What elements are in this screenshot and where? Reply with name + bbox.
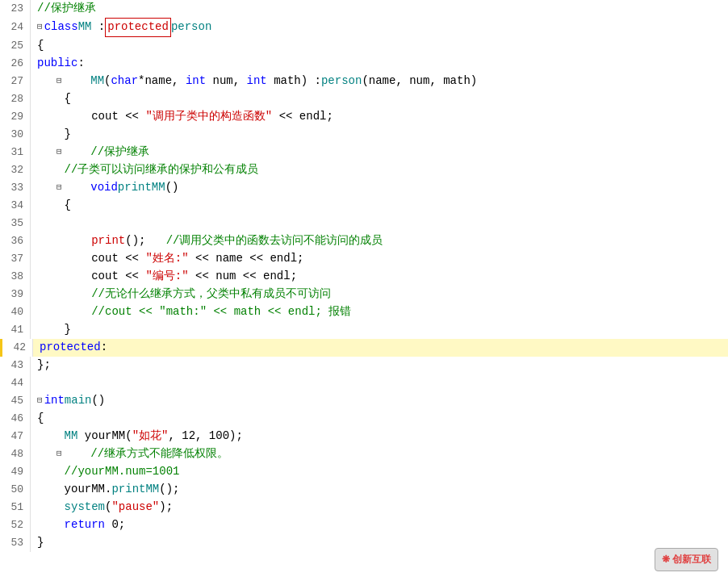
line-row: 27⊟ MM(char *name, int num, int math) :p… bbox=[0, 73, 728, 90]
line-content: cout << "编号:" << num << endl; bbox=[31, 268, 728, 286]
line-number: 46 bbox=[0, 410, 31, 428]
line-number: 49 bbox=[0, 463, 31, 481]
line-number: 27 bbox=[0, 73, 31, 90]
line-content bbox=[31, 374, 728, 392]
line-number: 39 bbox=[0, 286, 31, 303]
line-row: 25{ bbox=[0, 37, 728, 55]
line-content: { bbox=[31, 197, 728, 215]
line-number: 43 bbox=[0, 357, 31, 374]
line-number: 50 bbox=[0, 481, 31, 499]
line-content: } bbox=[31, 126, 728, 144]
line-content: { bbox=[31, 410, 728, 428]
line-number: 44 bbox=[0, 374, 31, 392]
line-content: }; bbox=[31, 357, 728, 374]
line-content: ⊟ //保护继承 bbox=[31, 144, 728, 161]
line-content: system("pause"); bbox=[31, 499, 728, 516]
line-number: 42 bbox=[2, 339, 33, 357]
line-content: ⊟ MM(char *name, int num, int math) :per… bbox=[31, 73, 728, 90]
line-number: 30 bbox=[0, 126, 31, 144]
watermark-label: 创新互联 bbox=[672, 554, 711, 565]
line-number: 38 bbox=[0, 268, 31, 286]
line-row: 39 //无论什么继承方式，父类中私有成员不可访问 bbox=[0, 286, 728, 303]
line-content: cout << "姓名:" << name << endl; bbox=[31, 250, 728, 268]
line-number: 53 bbox=[0, 534, 31, 552]
line-content: } bbox=[31, 534, 728, 552]
line-number: 40 bbox=[0, 303, 31, 321]
line-content: //无论什么继承方式，父类中私有成员不可访问 bbox=[31, 286, 728, 303]
line-number: 28 bbox=[0, 90, 31, 108]
line-row: 44 bbox=[0, 374, 728, 392]
line-content: cout << "调用子类中的构造函数" << endl; bbox=[31, 108, 728, 126]
watermark: ❋ 创新互联 bbox=[655, 548, 718, 571]
line-row: 45⊟int main() bbox=[0, 392, 728, 410]
line-row: 52 return 0; bbox=[0, 516, 728, 534]
line-content: print(); //调用父类中的函数去访问不能访问的成员 bbox=[31, 232, 728, 250]
line-number: 45 bbox=[0, 392, 31, 410]
line-row: 30 } bbox=[0, 126, 728, 144]
line-number: 36 bbox=[0, 232, 31, 250]
line-number: 23 bbox=[0, 0, 31, 18]
line-content: //子类可以访问继承的保护和公有成员 bbox=[31, 161, 728, 179]
code-editor: 23//保护继承24⊟class MM :protected person25{… bbox=[0, 0, 728, 581]
line-content: } bbox=[31, 321, 728, 339]
line-number: 35 bbox=[0, 215, 31, 232]
line-row: 29 cout << "调用子类中的构造函数" << endl; bbox=[0, 108, 728, 126]
line-number: 34 bbox=[0, 197, 31, 215]
line-content: ⊟class MM :protected person bbox=[31, 18, 728, 37]
line-content: { bbox=[31, 90, 728, 108]
line-content: { bbox=[31, 37, 728, 55]
line-content: //cout << "math:" << math << endl; 报错 bbox=[31, 303, 728, 321]
code-lines: 23//保护继承24⊟class MM :protected person25{… bbox=[0, 0, 728, 552]
line-row: 47 MM yourMM("如花", 12, 100); bbox=[0, 428, 728, 445]
line-row: 50 yourMM.printMM(); bbox=[0, 481, 728, 499]
line-content: public: bbox=[31, 55, 728, 73]
line-content: //yourMM.num=1001 bbox=[31, 463, 728, 481]
line-number: 32 bbox=[0, 161, 31, 179]
line-row: 40 //cout << "math:" << math << endl; 报错 bbox=[0, 303, 728, 321]
watermark-icon: ❋ bbox=[662, 554, 670, 565]
line-number: 31 bbox=[0, 144, 31, 161]
line-content: return 0; bbox=[31, 516, 728, 534]
line-content: ⊟int main() bbox=[31, 392, 728, 410]
line-row: 23//保护继承 bbox=[0, 0, 728, 18]
line-number: 52 bbox=[0, 516, 31, 534]
line-number: 37 bbox=[0, 250, 31, 268]
line-row: 51 system("pause"); bbox=[0, 499, 728, 516]
line-row: 48⊟ //继承方式不能降低权限。 bbox=[0, 445, 728, 463]
line-row: 34 { bbox=[0, 197, 728, 215]
line-content: ⊟ void printMM() bbox=[31, 179, 728, 197]
line-row: 42protected: bbox=[0, 339, 728, 357]
line-row: 33⊟ void printMM() bbox=[0, 179, 728, 197]
line-content: ⊟ //继承方式不能降低权限。 bbox=[31, 445, 728, 463]
line-number: 41 bbox=[0, 321, 31, 339]
line-number: 51 bbox=[0, 499, 31, 516]
line-number: 48 bbox=[0, 445, 31, 463]
line-number: 47 bbox=[0, 428, 31, 445]
line-content: MM yourMM("如花", 12, 100); bbox=[31, 428, 728, 445]
line-content: protected: bbox=[33, 339, 728, 357]
line-row: 26public: bbox=[0, 55, 728, 73]
line-number: 29 bbox=[0, 108, 31, 126]
line-row: 28 { bbox=[0, 90, 728, 108]
line-row: 36 print(); //调用父类中的函数去访问不能访问的成员 bbox=[0, 232, 728, 250]
line-row: 38 cout << "编号:" << num << endl; bbox=[0, 268, 728, 286]
line-number: 25 bbox=[0, 37, 31, 55]
line-content: yourMM.printMM(); bbox=[31, 481, 728, 499]
line-number: 33 bbox=[0, 179, 31, 197]
line-row: 35 bbox=[0, 215, 728, 232]
line-row: 32 //子类可以访问继承的保护和公有成员 bbox=[0, 161, 728, 179]
line-content bbox=[31, 215, 728, 232]
line-row: 43}; bbox=[0, 357, 728, 374]
line-row: 24⊟class MM :protected person bbox=[0, 18, 728, 37]
line-row: 53} bbox=[0, 534, 728, 552]
line-number: 26 bbox=[0, 55, 31, 73]
line-number: 24 bbox=[0, 18, 31, 37]
line-row: 31⊟ //保护继承 bbox=[0, 144, 728, 161]
line-row: 37 cout << "姓名:" << name << endl; bbox=[0, 250, 728, 268]
line-content: //保护继承 bbox=[31, 0, 728, 18]
line-row: 49 //yourMM.num=1001 bbox=[0, 463, 728, 481]
line-row: 46{ bbox=[0, 410, 728, 428]
line-row: 41 } bbox=[0, 321, 728, 339]
